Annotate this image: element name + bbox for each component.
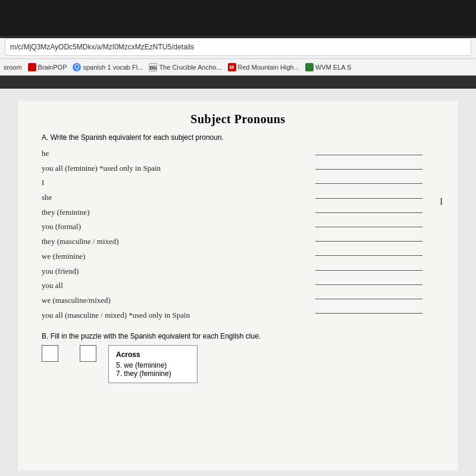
bookmark-sroom[interactable]: sroom [4, 64, 22, 71]
address-bar[interactable]: m/c/MjQ3MzAyODc5MDkx/a/MzI0MzcxMzEzNTU5/… [5, 38, 471, 56]
answer-line-1[interactable] [315, 155, 422, 155]
spanish-label: spanish 1 vocab Fl... [83, 64, 143, 71]
bookmark-redmtn[interactable]: M Red Mountain High... [228, 63, 299, 71]
pronoun-you-all-masc: you all (masculine / mixed) *used only i… [42, 308, 315, 323]
pronoun-you-formal: you (formal) [42, 220, 315, 234]
answer-line-11[interactable] [315, 299, 422, 299]
pronoun-she: she I [42, 190, 315, 205]
pronoun-we-fem: we (feminine) [42, 249, 315, 264]
answer-line-9[interactable] [315, 270, 422, 271]
puzzle-empty-1 [61, 345, 77, 362]
answer-line-3[interactable] [315, 183, 422, 184]
bookmark-bb[interactable]: Bb The Crucible Ancho... [149, 63, 221, 71]
bb-icon: Bb [149, 63, 157, 71]
section-b-instruction: B. Fill in the puzzle with the Spanish e… [42, 332, 434, 340]
bb-label: The Crucible Ancho... [159, 64, 221, 71]
browser-chrome: m/c/MjQ3MzAyODc5MDkx/a/MzI0MzcxMzEzNTU5/… [0, 38, 476, 59]
answer-line-6[interactable] [315, 227, 422, 227]
worksheet-title: Subject Pronouns [42, 112, 434, 126]
answer-lines [315, 146, 434, 322]
brainpop-label: BrainPOP [38, 64, 67, 71]
pronoun-he: he [42, 146, 315, 161]
address-text: m/c/MjQ3MzAyODc5MDkx/a/MzI0MzcxMzEzNTU5/… [10, 43, 194, 51]
bookmark-wvm[interactable]: WVM ELA S [305, 63, 352, 71]
pronoun-you-all-fem: you all (feminine) *used only in Spain [42, 161, 315, 176]
puzzle-cell-1[interactable] [42, 345, 58, 362]
answer-line-12[interactable] [315, 313, 422, 314]
bookmark-spanish[interactable]: Q spanish 1 vocab Fl... [73, 63, 143, 71]
bookmark-brainpop[interactable]: BrainPOP [28, 63, 67, 71]
brainpop-icon [28, 63, 36, 71]
pronoun-they-fem: they (feminine) [42, 205, 315, 220]
bookmarks-bar: sroom BrainPOP Q spanish 1 vocab Fl... B… [0, 59, 476, 76]
puzzle-cell-2[interactable] [80, 345, 96, 362]
section-b: B. Fill in the puzzle with the Spanish e… [42, 332, 434, 383]
answer-line-8[interactable] [315, 255, 422, 256]
pronoun-they-masc: they (masculine / mixed) [42, 234, 315, 249]
pronoun-you-friend: you (friend) [42, 264, 315, 279]
worksheet: Subject Pronouns A. Write the Spanish eq… [18, 101, 458, 471]
section-a-instruction: A. Write the Spanish equivalent for each… [42, 133, 434, 142]
pronoun-i: I [42, 176, 315, 190]
answer-line-10[interactable] [315, 284, 422, 285]
pronoun-list: he you all (feminine) *used only in Spai… [42, 146, 315, 322]
main-content: Subject Pronouns A. Write the Spanish eq… [0, 89, 476, 476]
pronoun-we-masc: we (masculine/mixed) [42, 293, 315, 308]
dark-separator [0, 76, 476, 89]
answer-line-7[interactable] [315, 241, 422, 242]
across-clue-1: 5. we (feminine) [116, 361, 190, 369]
sroom-label: sroom [4, 64, 22, 71]
top-dark-bar [0, 0, 476, 36]
text-cursor: I [440, 193, 440, 202]
google-icon: Q [73, 63, 81, 71]
puzzle-area [42, 345, 96, 383]
answer-line-5[interactable] [315, 212, 422, 213]
across-clue-2: 7. they (feminine) [116, 369, 190, 378]
s-icon [305, 63, 314, 71]
redmtn-label: Red Mountain High... [238, 64, 299, 71]
across-box: Across 5. we (feminine) 7. they (feminin… [108, 345, 198, 383]
pronoun-you-all: you all [42, 278, 315, 293]
answer-line-2[interactable] [315, 169, 422, 170]
m-icon: M [228, 63, 236, 71]
wvm-label: WVM ELA S [315, 64, 352, 71]
across-title: Across [116, 350, 190, 359]
answer-line-4[interactable] [315, 198, 422, 199]
pronoun-section: he you all (feminine) *used only in Spai… [42, 146, 434, 322]
section-b-content: Across 5. we (feminine) 7. they (feminin… [42, 345, 434, 383]
